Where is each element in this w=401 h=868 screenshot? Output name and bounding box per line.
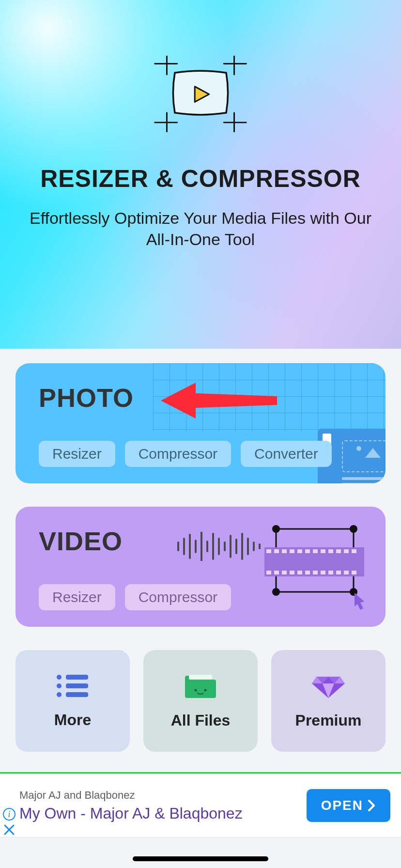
photo-card-title: PHOTO [39, 383, 134, 413]
svg-rect-52 [344, 571, 349, 574]
ad-top-line: Major AJ and Blaqbonez [19, 789, 307, 802]
svg-rect-59 [66, 692, 88, 697]
svg-rect-45 [290, 571, 294, 574]
svg-rect-51 [336, 571, 341, 574]
svg-point-25 [272, 525, 280, 533]
audio-wave-icon [175, 532, 272, 561]
photo-grid-decoration [153, 363, 386, 431]
ad-open-label: OPEN [321, 798, 363, 813]
svg-rect-33 [290, 549, 294, 553]
video-card[interactable]: VIDEO [15, 507, 386, 627]
ad-title: My Own - Major AJ & Blaqbonez [19, 805, 307, 822]
list-icon [55, 673, 90, 698]
svg-rect-55 [66, 675, 88, 680]
hero-subtitle: Effortlessly Optimize Your Media Files w… [0, 207, 401, 250]
ad-text-block: Major AJ and Blaqbonez My Own - Major AJ… [19, 789, 307, 822]
premium-label: Premium [295, 712, 362, 729]
svg-rect-34 [297, 549, 302, 553]
diamond-icon [311, 673, 346, 699]
svg-rect-37 [321, 549, 325, 553]
video-card-title: VIDEO [39, 526, 123, 556]
svg-point-58 [57, 692, 62, 697]
svg-rect-57 [66, 683, 88, 688]
photo-converter-chip[interactable]: Converter [241, 441, 332, 467]
photo-card[interactable]: PHOTO Resizer Compressor Converter [15, 363, 386, 483]
svg-point-62 [204, 689, 207, 691]
ad-info-icon[interactable]: i [3, 808, 15, 821]
svg-rect-39 [336, 549, 341, 553]
all-files-label: All Files [171, 712, 231, 729]
svg-rect-35 [305, 549, 310, 553]
photo-compressor-chip[interactable]: Compressor [125, 441, 231, 467]
svg-rect-60 [189, 675, 212, 680]
svg-rect-43 [274, 571, 279, 574]
photo-chip-row: Resizer Compressor Converter [39, 441, 332, 467]
svg-point-56 [57, 683, 62, 688]
ad-close-icon[interactable] [3, 823, 15, 836]
svg-rect-47 [305, 571, 310, 574]
svg-point-61 [195, 689, 197, 691]
svg-rect-49 [321, 571, 325, 574]
svg-rect-32 [282, 549, 287, 553]
more-tile[interactable]: More [15, 650, 130, 752]
video-compressor-chip[interactable]: Compressor [125, 584, 231, 610]
svg-rect-40 [344, 549, 349, 553]
svg-point-26 [350, 525, 357, 533]
svg-point-27 [272, 588, 280, 596]
ad-open-button[interactable]: OPEN [307, 789, 390, 822]
svg-rect-41 [352, 549, 356, 553]
film-crop-icon [264, 520, 371, 617]
svg-rect-53 [352, 571, 356, 574]
svg-rect-50 [328, 571, 333, 574]
all-files-tile[interactable]: All Files [143, 650, 258, 752]
svg-rect-42 [266, 571, 271, 574]
svg-point-54 [57, 675, 62, 680]
hero-section: RESIZER & COMPRESSOR Effortlessly Optimi… [0, 0, 401, 349]
svg-rect-36 [313, 549, 318, 553]
svg-rect-30 [266, 549, 271, 553]
svg-rect-48 [313, 571, 318, 574]
photo-resizer-chip[interactable]: Resizer [39, 441, 115, 467]
svg-rect-31 [274, 549, 279, 553]
bottom-tiles: More All Files Premium [15, 650, 386, 752]
hero-title: RESIZER & COMPRESSOR [0, 165, 401, 193]
svg-rect-38 [328, 549, 333, 553]
svg-rect-44 [282, 571, 287, 574]
app-logo-icon [123, 0, 278, 136]
home-indicator [133, 856, 268, 861]
folder-icon [183, 673, 218, 699]
video-resizer-chip[interactable]: Resizer [39, 584, 115, 610]
video-chip-row: Resizer Compressor [39, 584, 231, 610]
more-label: More [54, 711, 91, 729]
svg-rect-46 [297, 571, 302, 574]
premium-tile[interactable]: Premium [271, 650, 386, 752]
ad-banner[interactable]: i Major AJ and Blaqbonez My Own - Major … [0, 774, 401, 837]
chevron-right-icon [367, 799, 376, 812]
